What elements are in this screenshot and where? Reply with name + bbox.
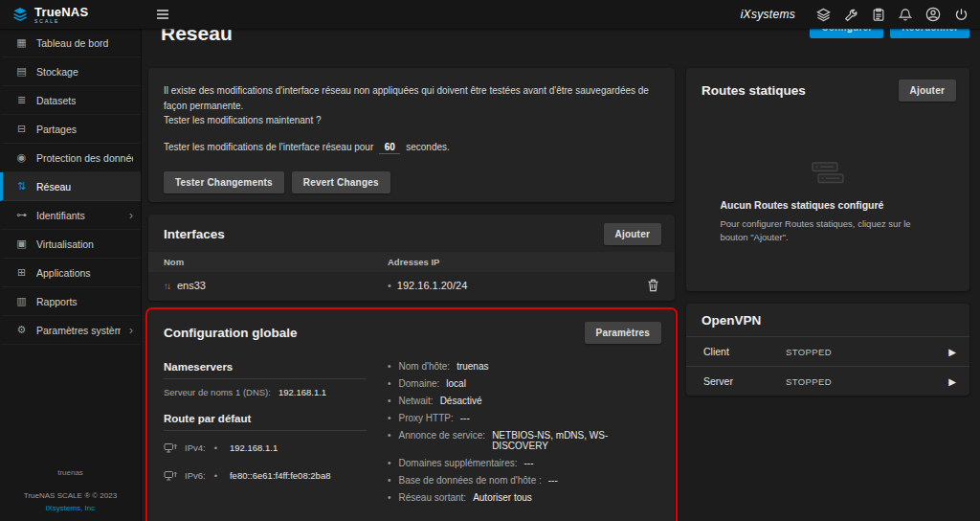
test-changes-button[interactable]: Tester Changements (164, 171, 284, 193)
app-window: TrueNAS SCALE iXsystems (0, 0, 980, 521)
delete-interface-button[interactable] (647, 279, 659, 292)
pending-changes-text: Il existe des modifications d'interface … (164, 83, 659, 113)
directory-services-icon[interactable] (816, 8, 831, 22)
configure-button[interactable]: Configurer (810, 29, 883, 38)
sidebar-item-applications[interactable]: ⊞ Applications (0, 259, 141, 287)
applications-icon: ⊞ (15, 266, 28, 279)
detail-hostname: •Nom d'hôte:truenas (388, 361, 659, 372)
openvpn-server-label: Server (703, 375, 786, 387)
company-link[interactable]: iXsystems, Inc (0, 502, 141, 515)
interface-row[interactable]: ↑↓ ens33 •192.16.1.20/24 (148, 272, 675, 299)
openvpn-client-row: Client STOPPED ▶ (686, 337, 969, 366)
detail-service-announcement: •Annonce de service:NETBIOS-NS, mDNS, WS… (388, 430, 659, 451)
datasets-icon: ≣ (15, 94, 28, 106)
detail-domain: •Domaine:local (388, 378, 659, 389)
empty-list-icon (812, 161, 844, 186)
nameserver-row: Serveur de noms 1 (DNS): 192.168.1.1 (164, 387, 367, 397)
openvpn-title: OpenVPN (702, 313, 761, 328)
settings-button[interactable]: Paramètres (585, 322, 661, 344)
ixsystems-logo: iXsystems (741, 8, 795, 21)
sidebar-item-reports[interactable]: ▥ Rapports (0, 287, 141, 316)
interface-state-icon: ↑↓ (164, 281, 169, 291)
revert-changes-button[interactable]: Revert Changes (292, 171, 390, 193)
chevron-right-icon: › (129, 324, 133, 337)
interfaces-table-header: Nom Adresses IP (148, 252, 675, 272)
dashboard-icon: ▦ (15, 36, 28, 49)
column-ip: Adresses IP (388, 257, 659, 267)
sidebar-item-network[interactable]: ⇅ Réseau (0, 172, 141, 201)
sidebar-item-storage[interactable]: ▤ Stockage (0, 57, 141, 86)
default-route-heading: Route par défaut (164, 405, 367, 431)
truenas-logo-icon (11, 6, 29, 23)
network-icon: ⇅ (15, 180, 28, 193)
detail-outbound-network: •Réseau sortant:Autoriser tous (388, 492, 659, 503)
detail-netwait: •Netwait:Désactivé (388, 396, 659, 406)
empty-state-message: Pour configurer Routes statiques, clique… (721, 217, 936, 245)
sidebar-item-virtualization[interactable]: ▣ Virtualisation (0, 230, 141, 259)
menu-toggle-icon[interactable] (155, 7, 170, 22)
detail-hostname-database: •Base de données de nom d'hôte :--- (388, 475, 659, 486)
detail-additional-domains: •Domaines supplémentaires:--- (388, 458, 659, 468)
data-protection-icon: ◉ (15, 151, 28, 164)
openvpn-server-status: STOPPED (786, 376, 832, 387)
empty-state-title: Aucun Routes statiques configuré (721, 199, 936, 211)
reports-icon: ▥ (15, 295, 28, 307)
ipv4-route-row: IPv4: • 192.168.1.1 (164, 442, 367, 454)
network-device-icon (164, 469, 178, 482)
interfaces-card: Interfaces Ajouter Nom Adresses IP ↑↓ en… (148, 215, 675, 301)
tasks-clipboard-icon[interactable] (872, 8, 885, 22)
interfaces-title: Interfaces (164, 227, 225, 241)
test-duration-line: Tester les modifications de l'interface … (164, 142, 659, 154)
storage-icon: ▤ (15, 65, 28, 78)
sidebar-item-data-protection[interactable]: ◉ Protection des données (0, 144, 141, 172)
play-icon[interactable]: ▶ (948, 347, 956, 357)
sidebar-item-system-settings[interactable]: ⚙ Paramètres système › (0, 316, 141, 345)
alerts-bell-icon[interactable] (899, 8, 912, 22)
openvpn-card: OpenVPN Client STOPPED ▶ Server STOPPED … (686, 304, 969, 396)
openvpn-server-row: Server STOPPED ▶ (686, 366, 969, 396)
pending-changes-card: Il existe des modifications d'interface … (148, 68, 675, 202)
reorder-button[interactable]: Réordonner (890, 29, 969, 38)
sidebar-item-dashboard[interactable]: ▦ Tableau de bord (0, 29, 141, 57)
add-static-route-button[interactable]: Ajouter (899, 79, 956, 102)
sidebar-item-datasets[interactable]: ≣ Datasets (0, 86, 141, 115)
truenas-logo[interactable]: TrueNAS SCALE (0, 6, 142, 24)
openvpn-client-status: STOPPED (786, 347, 832, 357)
credentials-key-icon: ⊶ (15, 209, 28, 221)
detail-http-proxy: •Proxy HTTP:--- (388, 413, 659, 423)
shares-icon: ⊟ (15, 123, 28, 135)
trash-icon (647, 279, 659, 292)
ipv6-route-row: IPv6: • fe80::6e61:f4ff:fe08:2ba8 (164, 469, 367, 482)
play-icon[interactable]: ▶ (948, 376, 956, 387)
page-title: Réseau (161, 29, 233, 45)
sidebar-footer: truenas TrueNAS SCALE ® © 2023 iXsystems… (0, 466, 141, 515)
column-name: Nom (164, 257, 388, 267)
add-interface-button[interactable]: Ajouter (604, 223, 661, 245)
global-configuration-card: Configuration globale Paramètres Nameser… (148, 310, 675, 521)
global-config-title: Configuration globale (164, 326, 298, 340)
gear-icon: ⚙ (15, 324, 28, 336)
version-label: TrueNAS SCALE ® © 2023 (0, 489, 141, 503)
sidebar-item-shares[interactable]: ⊟ Partages (0, 115, 141, 144)
main-content: Réseau Configurer Réordonner Il existe d… (142, 29, 980, 521)
virtualization-icon: ▣ (15, 238, 28, 250)
sidebar-item-credentials[interactable]: ⊶ Identifiants › (0, 201, 141, 230)
chevron-right-icon: › (129, 209, 133, 222)
pending-changes-question: Tester les modifications maintenant ? (164, 113, 659, 128)
top-bar: TrueNAS SCALE iXsystems (0, 0, 980, 29)
jobs-wrench-icon[interactable] (844, 8, 858, 22)
nameservers-heading: Nameservers (164, 353, 367, 379)
static-routes-title: Routes statiques (702, 83, 806, 98)
account-icon[interactable] (925, 7, 941, 22)
interface-name: ens33 (177, 280, 206, 291)
brand-name: TrueNAS (34, 6, 88, 18)
static-routes-card: Routes statiques Ajouter Aucun (686, 68, 969, 291)
static-routes-empty-state: Aucun Routes statiques configuré Pour co… (686, 111, 969, 245)
openvpn-client-label: Client (703, 346, 786, 357)
interface-ip: 192.16.1.20/24 (397, 280, 467, 291)
hostname-label: truenas (0, 466, 141, 480)
power-icon[interactable] (954, 8, 969, 22)
network-device-icon (164, 442, 178, 454)
test-seconds-input[interactable]: 60 (379, 142, 400, 154)
sidebar-nav: ▦ Tableau de bord ▤ Stockage ≣ Datasets … (0, 29, 142, 521)
